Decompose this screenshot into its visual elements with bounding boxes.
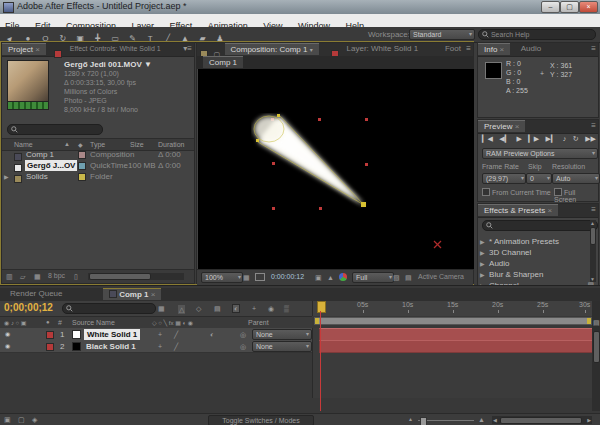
delete-icon[interactable]: ▯ — [74, 273, 78, 280]
composition-mini-flowchart-icon[interactable]: ▦ — [158, 305, 165, 312]
active-camera-dropdown[interactable]: Active Camera — [418, 273, 464, 280]
work-area-end-handle[interactable] — [587, 318, 591, 324]
label-swatch[interactable] — [78, 162, 86, 170]
timeline-search-input[interactable] — [62, 303, 156, 314]
minimize-button[interactable]: – — [541, 1, 560, 13]
layer-label-swatch[interactable] — [46, 343, 54, 351]
hide-shy-layers-icon[interactable]: ◇ — [196, 305, 201, 312]
layer-quality-icon[interactable]: + — [158, 331, 162, 338]
auto-keyframe-icon[interactable]: ◉ — [268, 305, 274, 312]
interpret-footage-icon[interactable]: ▥ — [6, 273, 13, 280]
parent-dropdown[interactable]: None▾ — [252, 341, 312, 352]
project-search-input[interactable] — [7, 124, 103, 135]
title-bar[interactable]: Adobe After Effects - Untitled Project.a… — [0, 0, 600, 15]
expander-icon[interactable]: ▶ — [4, 174, 9, 180]
timeline-hscrollbar[interactable]: ◀ ▶ — [492, 416, 592, 424]
effects-item-audio[interactable]: ▶ Audio — [480, 255, 588, 266]
column-name[interactable]: Name — [14, 141, 33, 148]
parent-pickwhip-icon[interactable]: ◎ — [240, 343, 246, 350]
comp-viewer[interactable] — [198, 69, 474, 269]
first-frame-button[interactable]: ▎◀ — [482, 135, 493, 143]
column-type[interactable]: Type — [90, 141, 105, 148]
new-composition-icon[interactable]: ▦ — [34, 273, 41, 280]
timeline-zoom-slider[interactable] — [418, 420, 474, 421]
frame-blending-icon[interactable]: ▤ — [214, 305, 221, 312]
full-screen-checkbox[interactable]: Full Screen — [554, 188, 598, 203]
footage-thumbnail[interactable] — [7, 60, 47, 108]
layer-fx-icon[interactable]: ╱ — [174, 343, 178, 350]
resolution-preview-dropdown[interactable]: Auto▾ — [552, 173, 600, 184]
zoom-slider-thumb[interactable] — [420, 417, 427, 425]
last-frame-button[interactable]: ▶▎ — [546, 135, 557, 143]
tab-timeline-comp1[interactable]: Comp 1 × — [103, 288, 161, 300]
comp-panel-menu-icon[interactable]: ≡ — [466, 44, 471, 53]
workspace-dropdown[interactable]: Standard▾ — [409, 29, 475, 40]
timeline-timecode[interactable]: 0;00;00;12 — [4, 302, 53, 313]
resolution-dropdown[interactable]: Full▾ — [352, 272, 394, 283]
parent-pickwhip-icon[interactable]: ◎ — [240, 331, 246, 338]
ram-preview-options-dropdown[interactable]: RAM Preview Options▾ — [482, 148, 598, 159]
expand-layers-icon[interactable]: ▣ — [4, 416, 11, 423]
tab-effect-controls[interactable]: Effect Controls: White Solid 1 — [69, 43, 167, 55]
layer-label-swatch[interactable] — [46, 331, 54, 339]
layer-fx-icon[interactable]: ╱ — [174, 331, 178, 338]
new-folder-icon[interactable]: ▱ — [20, 273, 25, 280]
tab-audio[interactable]: Audio — [515, 43, 547, 55]
tab-composition[interactable]: Composition: Comp 1 ▾ — [225, 43, 319, 55]
next-frame-button[interactable]: ▎▶ — [528, 135, 539, 143]
safe-areas-icon[interactable] — [255, 273, 265, 281]
graph-editor-icon[interactable]: ▒ — [284, 305, 289, 312]
source-name-column[interactable]: Source Name — [72, 319, 115, 326]
maximize-button[interactable]: ▢ — [560, 1, 579, 13]
effects-search-input[interactable] — [482, 220, 598, 231]
project-row-solids[interactable]: ▶ Solids Folder — [2, 171, 194, 182]
column-size[interactable]: Size — [130, 141, 144, 148]
eye-icon[interactable]: ◉ — [5, 331, 10, 337]
audio-toggle-button[interactable]: ♪ — [563, 135, 567, 143]
snapshot-icon[interactable]: ▣ — [315, 274, 322, 281]
column-duration[interactable]: Duration — [158, 141, 184, 148]
layer-motion-blur-icon[interactable]: ◐ — [210, 331, 214, 338]
loop-button[interactable]: ↻ — [573, 135, 579, 143]
tab-effects-presets[interactable]: Effects & Presets × — [478, 204, 558, 216]
tab-render-queue[interactable]: Render Queue — [4, 288, 68, 300]
effects-item-blur-sharpen[interactable]: ▶ Blur & Sharpen — [480, 266, 588, 277]
preview-panel-menu-icon[interactable]: ≡ — [591, 121, 596, 130]
subtab-comp1[interactable]: Comp 1 — [203, 56, 243, 68]
effects-item-animation-presets[interactable]: ▶ * Animation Presets — [480, 233, 588, 244]
effects-panel-menu-icon[interactable]: ≡ — [591, 205, 596, 214]
project-bpc-button[interactable]: 8 bpc — [48, 272, 65, 279]
search-help-box[interactable]: Search Help — [478, 29, 596, 40]
layer-bar-black-solid[interactable] — [319, 340, 593, 353]
info-panel-menu-icon[interactable]: ≡ — [591, 44, 596, 53]
column-label-icon[interactable]: ◆ — [78, 141, 83, 148]
tab-info[interactable]: Info × — [478, 43, 510, 55]
draft-3d-icon[interactable]: △ — [178, 305, 185, 314]
transparency-grid-icon[interactable]: ▤ — [405, 274, 412, 281]
skip-dropdown[interactable]: 0▾ — [526, 173, 552, 184]
layer-name[interactable]: Black Solid 1 — [86, 341, 136, 352]
from-current-time-checkbox[interactable]: From Current Time — [482, 188, 551, 196]
work-area-start-handle[interactable] — [315, 318, 319, 324]
timeline-vscrollbar[interactable]: ▤ — [592, 301, 600, 411]
timeline-track-area[interactable] — [312, 328, 593, 398]
comp-marker-icon[interactable]: ▤ — [593, 319, 600, 326]
toggle-switches-modes-button[interactable]: Toggle Switches / Modes — [208, 415, 314, 425]
magnification-dropdown[interactable]: 100%▾ — [201, 272, 243, 283]
tab-project[interactable]: Project × — [2, 43, 46, 55]
eye-icon[interactable]: ◉ — [5, 343, 10, 349]
effects-vscrollbar[interactable]: ▲ ▼ — [590, 220, 596, 282]
layer-name[interactable]: White Solid 1 — [84, 329, 140, 340]
previous-frame-button[interactable]: ◀▎ — [499, 135, 510, 143]
expand-inout-icon[interactable]: ◈ — [32, 416, 37, 423]
motion-blur-icon[interactable]: ◐ — [232, 304, 240, 313]
zoom-out-mountain-icon[interactable]: ▲ — [408, 417, 413, 422]
work-area-bar[interactable] — [314, 317, 592, 325]
show-channel-icon[interactable] — [339, 273, 347, 281]
close-button[interactable]: × — [579, 1, 598, 13]
project-row-footage[interactable]: Gergő J...OV QuickTime 100 MB Δ 0:00 — [2, 160, 194, 171]
comp-timecode[interactable]: 0:00:00:12 — [271, 273, 304, 280]
grid-guides-icon[interactable]: ▦ — [243, 274, 250, 281]
time-ruler[interactable]: 05s 10s 15s 20s 25s 30s — [312, 301, 593, 316]
play-button[interactable]: ▶ — [517, 135, 522, 143]
